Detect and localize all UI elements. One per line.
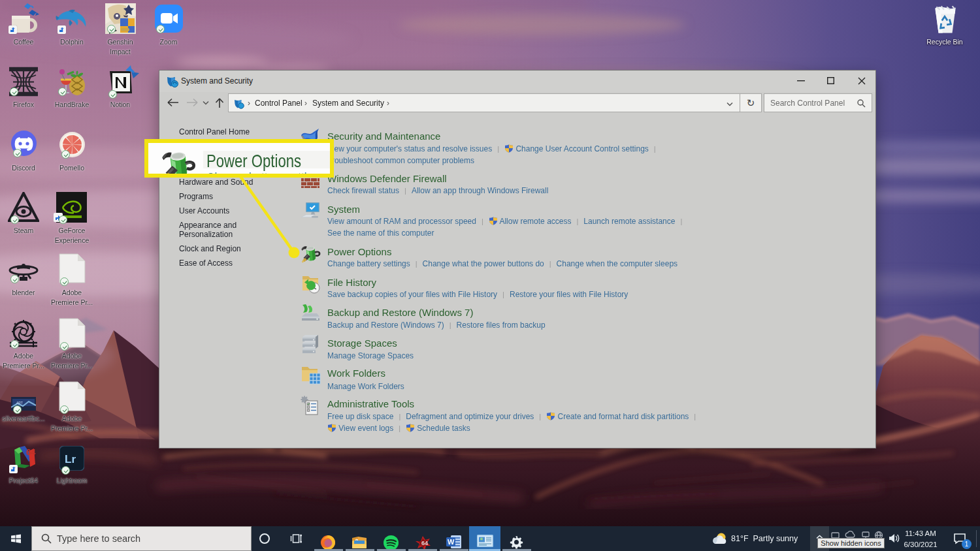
svg-text:64: 64 — [421, 540, 428, 546]
svg-text:ART: ART — [16, 401, 23, 405]
svg-text:64: 64 — [26, 447, 36, 457]
svg-text:Lr: Lr — [65, 453, 76, 465]
svg-text:W: W — [448, 538, 455, 546]
